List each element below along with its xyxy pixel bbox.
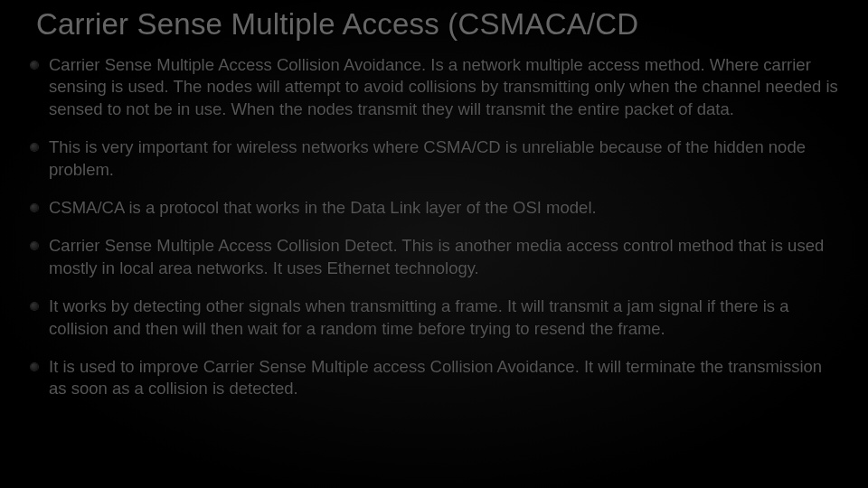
slide-title: Carrier Sense Multiple Access (CSMACA/CD <box>36 7 841 42</box>
list-item: It is used to improve Carrier Sense Mult… <box>29 356 841 400</box>
list-item: It works by detecting other signals when… <box>29 296 841 340</box>
list-item: This is very important for wireless netw… <box>29 136 841 181</box>
list-item: Carrier Sense Multiple Access Collision … <box>29 235 841 279</box>
slide: Carrier Sense Multiple Access (CSMACA/CD… <box>0 0 868 488</box>
list-item: Carrier Sense Multiple Access Collision … <box>29 54 841 120</box>
list-item: CSMA/CA is a protocol that works in the … <box>29 197 841 219</box>
bullet-list: Carrier Sense Multiple Access Collision … <box>27 54 841 400</box>
